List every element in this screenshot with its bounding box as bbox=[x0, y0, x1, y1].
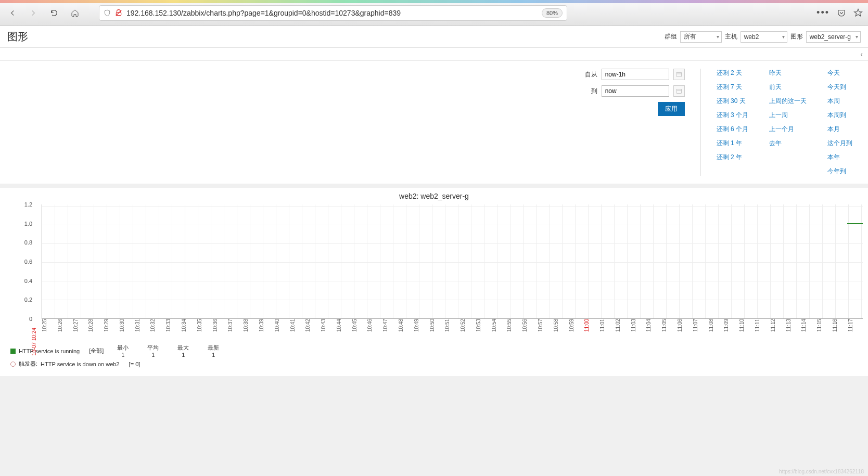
pocket-icon[interactable] bbox=[837, 8, 846, 18]
collapse-bar: ‹ bbox=[0, 48, 868, 61]
insecure-icon bbox=[115, 9, 122, 17]
x-tick-label: 10:30 bbox=[119, 319, 135, 340]
x-tick-label: 10:58 bbox=[553, 319, 569, 340]
x-tick-label: 10:35 bbox=[197, 319, 212, 340]
x-tick-label: 10:59 bbox=[569, 319, 584, 340]
quick-link[interactable]: 还剩 3 个月 bbox=[717, 111, 748, 120]
forward-button[interactable] bbox=[26, 6, 41, 20]
quick-link[interactable]: 还剩 2 年 bbox=[717, 153, 748, 162]
host-filter-label: 主机 bbox=[725, 32, 737, 41]
x-tick-label: 10:34 bbox=[181, 319, 197, 340]
x-tick-label: 10:48 bbox=[398, 319, 414, 340]
quick-link[interactable]: 本周 bbox=[827, 97, 852, 106]
quick-link[interactable]: 还剩 1 年 bbox=[717, 139, 748, 148]
quick-link[interactable]: 昨天 bbox=[769, 69, 807, 78]
x-tick-label: 10:52 bbox=[460, 319, 476, 340]
quick-link[interactable]: 还剩 2 天 bbox=[717, 69, 748, 78]
back-button[interactable] bbox=[5, 6, 20, 20]
legend-trigger-cond: [= 0] bbox=[129, 361, 141, 367]
x-tick-label: 10:47 bbox=[382, 319, 398, 340]
x-tick-label: 11:15 bbox=[816, 319, 832, 340]
x-tick-label: 10:25 bbox=[42, 319, 57, 340]
host-filter-select[interactable]: web2 bbox=[741, 31, 787, 43]
x-tick-label: 10:55 bbox=[506, 319, 522, 340]
quick-link[interactable]: 还剩 30 天 bbox=[717, 97, 748, 106]
quick-link[interactable]: 还剩 6 个月 bbox=[717, 125, 748, 134]
legend-trigger-row: 触发器: HTTP service is down on web2 [= 0] bbox=[10, 360, 858, 368]
to-calendar-button[interactable] bbox=[673, 85, 685, 97]
time-filter-panel: 自从 到 应用 还剩 2 天还剩 7 天还剩 30 天还剩 3 个月还剩 6 个… bbox=[0, 61, 868, 184]
x-tick-label: 10:37 bbox=[227, 319, 243, 340]
x-tick-label: 10:51 bbox=[444, 319, 460, 340]
zoom-badge[interactable]: 80% bbox=[542, 8, 563, 18]
from-calendar-button[interactable] bbox=[673, 69, 685, 80]
graph-filter-select[interactable]: web2_server-g bbox=[806, 31, 861, 43]
quick-link[interactable]: 本月 bbox=[827, 125, 852, 134]
x-tick-label: 10:29 bbox=[104, 319, 119, 340]
from-input[interactable] bbox=[602, 69, 669, 80]
quick-link[interactable]: 上一周 bbox=[769, 111, 807, 120]
bookmark-star-icon[interactable] bbox=[853, 8, 863, 18]
x-tick-label: 10:36 bbox=[212, 319, 228, 340]
x-tick-label: 10:42 bbox=[305, 319, 321, 340]
quick-link[interactable]: 今年到 bbox=[827, 167, 852, 176]
quick-link[interactable]: 上周的这一天 bbox=[769, 97, 807, 106]
group-filter-select[interactable]: 所有 bbox=[680, 31, 722, 43]
quick-link[interactable]: 还剩 7 天 bbox=[717, 83, 748, 92]
legend-stat: 平均1 bbox=[147, 344, 159, 358]
x-tick-label: 11:16 bbox=[832, 319, 848, 340]
page-title: 图形 bbox=[7, 30, 28, 44]
chevron-left-icon[interactable]: ‹ bbox=[860, 50, 863, 58]
x-tick-label: 11:11 bbox=[755, 319, 770, 340]
quick-link[interactable]: 本年 bbox=[827, 153, 852, 162]
x-tick-label: 11:14 bbox=[801, 319, 816, 340]
address-bar[interactable]: 192.168.152.130/zabbix/charts.php?page=1… bbox=[99, 5, 567, 21]
y-tick-label: 1.2 bbox=[24, 201, 32, 208]
y-tick-label: 0.6 bbox=[24, 259, 32, 265]
x-tick-label: 11:04 bbox=[646, 319, 661, 340]
y-tick-label: 0.4 bbox=[24, 278, 32, 284]
legend-series-suffix: [全部] bbox=[89, 347, 104, 355]
quick-link[interactable]: 去年 bbox=[769, 139, 807, 148]
chart-legend: HTTP service is running [全部] 最小1平均1最大1最新… bbox=[0, 340, 868, 371]
y-tick-label: 0 bbox=[29, 316, 32, 322]
x-tick-label: 10:49 bbox=[414, 319, 429, 340]
x-tick-label: 11:00 bbox=[584, 319, 599, 340]
x-tick-label: 10:41 bbox=[290, 319, 305, 340]
browser-toolbar: 192.168.152.130/zabbix/charts.php?page=1… bbox=[0, 0, 868, 26]
x-tick-label: 10:53 bbox=[476, 319, 491, 340]
x-tick-label: 10:46 bbox=[367, 319, 382, 340]
legend-stat: 最新1 bbox=[208, 344, 219, 358]
x-tick-label: 10:28 bbox=[88, 319, 104, 340]
x-tick-label: 11:01 bbox=[599, 319, 615, 340]
url-text: 192.168.152.130/zabbix/charts.php?page=1… bbox=[126, 9, 538, 17]
x-axis: 10:2510:2610:2710:2810:2910:3010:3110:32… bbox=[42, 319, 863, 340]
quick-link[interactable]: 今天到 bbox=[827, 83, 852, 92]
x-tick-label: 10:43 bbox=[321, 319, 336, 340]
legend-trigger-text: HTTP service is down on web2 bbox=[41, 361, 119, 367]
quick-link[interactable]: 这个月到 bbox=[827, 139, 852, 148]
x-tick-label: 10:56 bbox=[522, 319, 538, 340]
home-button[interactable] bbox=[68, 6, 82, 20]
x-tick-label: 10:26 bbox=[57, 319, 73, 340]
x-tick-label: 11:13 bbox=[786, 319, 801, 340]
x-tick-label: 10:27 bbox=[73, 319, 88, 340]
menu-dots-icon[interactable]: ••• bbox=[816, 7, 829, 18]
to-input[interactable] bbox=[602, 85, 669, 97]
x-tick-label: 10:50 bbox=[429, 319, 445, 340]
quick-link[interactable]: 本周到 bbox=[827, 111, 852, 120]
calendar-icon bbox=[676, 71, 682, 78]
x-tick-label: 11:09 bbox=[723, 319, 739, 340]
quick-link[interactable]: 今天 bbox=[827, 69, 852, 78]
x-tick-label: 10:33 bbox=[165, 319, 181, 340]
quick-link[interactable]: 上一个月 bbox=[769, 125, 807, 134]
reload-button[interactable] bbox=[47, 6, 61, 20]
quick-col-2: 昨天前天上周的这一天上一周上一个月去年 bbox=[769, 69, 807, 176]
legend-stat: 最大1 bbox=[177, 344, 189, 358]
time-inputs: 自从 到 应用 bbox=[582, 69, 701, 176]
quick-link[interactable]: 前天 bbox=[769, 83, 807, 92]
x-tick-label: 11:02 bbox=[615, 319, 631, 340]
apply-button[interactable]: 应用 bbox=[658, 102, 685, 116]
x-tick-label: 10:54 bbox=[491, 319, 507, 340]
x-tick-label: 11:17 bbox=[848, 319, 863, 340]
